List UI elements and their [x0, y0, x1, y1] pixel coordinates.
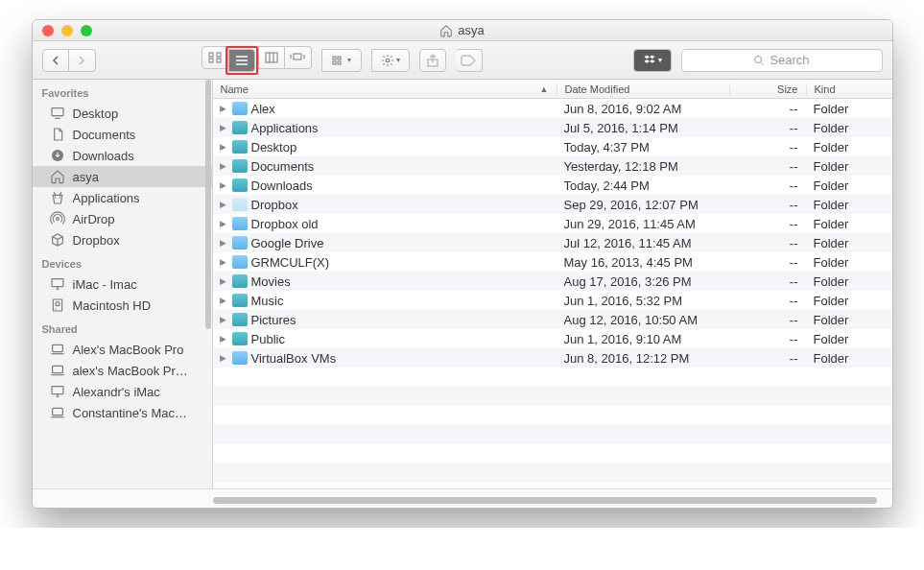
- horizontal-scrollbar[interactable]: [213, 497, 877, 504]
- svg-rect-14: [338, 57, 341, 59]
- search-field[interactable]: Search: [681, 49, 883, 72]
- file-size: --: [729, 313, 806, 327]
- disclosure-triangle-icon[interactable]: ▶: [219, 123, 228, 132]
- column-kind[interactable]: Kind: [806, 83, 892, 95]
- sidebar-item-constantine-s-mac-[interactable]: Constantine's Mac…: [33, 402, 212, 423]
- svg-rect-26: [53, 299, 61, 311]
- table-row[interactable]: ▶PicturesAug 12, 2016, 10:50 AM--Folder: [213, 310, 892, 329]
- disclosure-triangle-icon[interactable]: ▶: [219, 219, 228, 228]
- disclosure-triangle-icon[interactable]: ▶: [219, 104, 228, 113]
- sidebar[interactable]: FavoritesDesktopDocumentsDownloadsasyaAp…: [33, 80, 213, 488]
- file-size: --: [729, 274, 806, 289]
- disclosure-triangle-icon[interactable]: ▶: [219, 276, 228, 286]
- table-row[interactable]: ▶GRMCULF(X)May 16, 2013, 4:45 PM--Folder: [213, 252, 892, 272]
- file-name: Downloads: [251, 178, 313, 193]
- down-icon: [50, 148, 65, 163]
- table-row[interactable]: ▶DropboxSep 29, 2016, 12:07 PM--Folder: [213, 195, 892, 214]
- back-button[interactable]: [42, 49, 69, 72]
- folder-icon: [232, 294, 248, 307]
- folder-icon: [232, 236, 248, 249]
- sidebar-section-label: Favorites: [33, 80, 212, 103]
- disclosure-triangle-icon[interactable]: ▶: [219, 142, 228, 152]
- file-name: VirtualBox VMs: [251, 351, 337, 366]
- scrollbar[interactable]: [205, 80, 211, 329]
- file-size: --: [729, 236, 806, 250]
- disclosure-triangle-icon[interactable]: ▶: [219, 296, 228, 305]
- disclosure-triangle-icon[interactable]: ▶: [219, 257, 228, 267]
- sidebar-item-desktop[interactable]: Desktop: [33, 103, 212, 124]
- disclosure-triangle-icon[interactable]: ▶: [219, 315, 228, 324]
- file-size: --: [729, 217, 806, 231]
- column-date[interactable]: Date Modified: [557, 83, 729, 95]
- svg-rect-13: [333, 57, 336, 59]
- disclosure-triangle-icon[interactable]: ▶: [219, 238, 228, 248]
- column-name[interactable]: Name▲: [213, 83, 557, 95]
- table-row[interactable]: ▶DocumentsYesterday, 12:18 PM--Folder: [213, 156, 892, 176]
- sidebar-item-imac-imac[interactable]: iMac - Imac: [33, 273, 212, 295]
- file-kind: Folder: [806, 332, 892, 346]
- disclosure-triangle-icon[interactable]: ▶: [219, 353, 228, 363]
- sidebar-item-label: asya: [73, 170, 99, 184]
- coverflow-view-button[interactable]: [285, 46, 312, 69]
- file-name: Pictures: [251, 313, 296, 327]
- share-button[interactable]: [419, 49, 446, 72]
- column-size[interactable]: Size: [729, 83, 806, 95]
- sidebar-item-alexandr-s-imac[interactable]: Alexandr's iMac: [33, 381, 212, 402]
- file-kind: Folder: [806, 159, 892, 174]
- sidebar-item-documents[interactable]: Documents: [33, 124, 212, 145]
- arrange-button[interactable]: ▾: [321, 49, 362, 72]
- table-row[interactable]: ▶VirtualBox VMsJun 8, 2016, 12:12 PM--Fo…: [213, 348, 892, 368]
- svg-rect-21: [52, 108, 63, 116]
- search-icon: [753, 55, 765, 66]
- list-view-button[interactable]: [228, 49, 255, 72]
- sidebar-item-label: Downloads: [73, 149, 134, 163]
- sidebar-item-macintosh-hd[interactable]: Macintosh HD: [33, 295, 212, 316]
- action-button[interactable]: ▾: [371, 49, 410, 72]
- sidebar-item-downloads[interactable]: Downloads: [33, 145, 212, 166]
- sidebar-item-label: Alexandr's iMac: [73, 385, 160, 399]
- sidebar-item-alex-s-macbook-pro[interactable]: Alex's MacBook Pro: [33, 339, 212, 360]
- sidebar-item-label: Constantine's Mac…: [73, 406, 188, 420]
- svg-rect-29: [52, 344, 62, 351]
- table-row[interactable]: ▶DesktopToday, 4:37 PM--Folder: [213, 137, 892, 156]
- file-name: Documents: [251, 159, 315, 174]
- search-placeholder: Search: [770, 53, 809, 67]
- sidebar-item-asya[interactable]: asya: [33, 166, 212, 187]
- forward-button[interactable]: [69, 49, 96, 72]
- titlebar[interactable]: asya: [33, 20, 892, 41]
- table-row[interactable]: ▶Dropbox oldJun 29, 2016, 11:45 AM--Fold…: [213, 214, 892, 233]
- column-view-button[interactable]: [258, 46, 285, 69]
- table-row[interactable]: ▶MoviesAug 17, 2016, 3:26 PM--Folder: [213, 272, 892, 291]
- sidebar-section-label: Devices: [33, 250, 212, 273]
- disclosure-triangle-icon[interactable]: ▶: [219, 180, 228, 190]
- folder-icon: [232, 274, 248, 288]
- disclosure-triangle-icon[interactable]: ▶: [219, 200, 228, 209]
- file-date: Jun 1, 2016, 9:10 AM: [557, 332, 729, 346]
- doc-icon: [50, 127, 65, 142]
- sidebar-item-label: Applications: [73, 191, 140, 205]
- file-kind: Folder: [806, 255, 892, 270]
- table-row[interactable]: ▶Google DriveJul 12, 2016, 11:45 AM--Fol…: [213, 233, 892, 252]
- dropbox-badge-button[interactable]: ▾: [633, 49, 672, 72]
- table-row[interactable]: ▶PublicJun 1, 2016, 9:10 AM--Folder: [213, 329, 892, 348]
- file-size: --: [729, 121, 806, 135]
- icon-view-button[interactable]: [201, 46, 228, 69]
- table-row[interactable]: ▶ApplicationsJul 5, 2016, 1:14 PM--Folde…: [213, 118, 892, 137]
- sidebar-item-dropbox[interactable]: Dropbox: [33, 229, 212, 250]
- sidebar-item-alex-s-macbook-pr-[interactable]: alex's MacBook Pr…: [33, 360, 212, 381]
- disclosure-triangle-icon[interactable]: ▶: [219, 334, 228, 344]
- file-name: GRMCULF(X): [251, 255, 330, 270]
- folder-icon: [232, 351, 248, 365]
- sidebar-item-applications[interactable]: Applications: [33, 187, 212, 208]
- sidebar-item-label: Desktop: [73, 107, 119, 121]
- disclosure-triangle-icon[interactable]: ▶: [219, 161, 228, 171]
- tags-button[interactable]: [456, 49, 483, 72]
- table-row[interactable]: ▶MusicJun 1, 2016, 5:32 PM--Folder: [213, 291, 892, 310]
- table-row[interactable]: ▶DownloadsToday, 2:44 PM--Folder: [213, 176, 892, 195]
- table-row[interactable]: ▶AlexJun 8, 2016, 9:02 AM--Folder: [213, 99, 892, 118]
- svg-rect-1: [217, 53, 221, 57]
- file-date: Jul 12, 2016, 11:45 AM: [557, 236, 729, 250]
- sidebar-item-airdrop[interactable]: AirDrop: [33, 208, 212, 229]
- file-size: --: [729, 198, 806, 212]
- sidebar-item-label: AirDrop: [73, 212, 115, 226]
